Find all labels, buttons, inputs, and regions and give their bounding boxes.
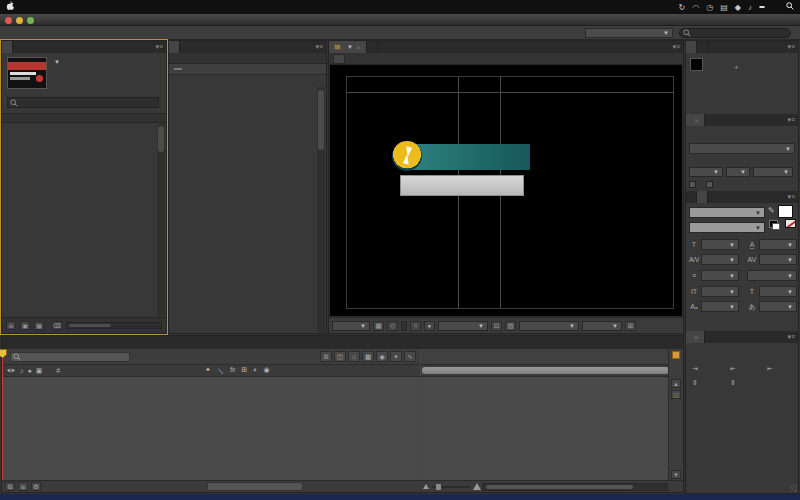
tab-layer[interactable] — [367, 41, 378, 53]
font-family-dropdown[interactable]: ▼ — [689, 207, 765, 218]
font-style-dropdown[interactable]: ▼ — [689, 222, 765, 233]
wifi-icon[interactable]: ◠ — [692, 3, 699, 12]
sync-icon[interactable]: ↻ — [679, 3, 686, 12]
transparency-grid-icon[interactable]: ▨ — [505, 321, 516, 331]
panel-menu-icon[interactable]: ▾≡ — [669, 41, 683, 53]
leading-dropdown[interactable]: ▼ — [759, 239, 797, 250]
panel-menu-icon[interactable]: ▾≡ — [312, 41, 326, 53]
work-area[interactable] — [422, 367, 669, 374]
view-layout-dropdown[interactable]: ▼ — [582, 321, 622, 331]
workspace-dropdown[interactable]: ▼ — [585, 28, 673, 38]
skip-dropdown[interactable]: ▼ — [726, 167, 750, 177]
fill-color-swatch[interactable] — [778, 205, 793, 218]
new-folder-icon[interactable]: ▣ — [20, 321, 30, 330]
baseline-shift-dropdown[interactable]: ▼ — [701, 301, 739, 312]
hide-shy-icon[interactable]: ⌂ — [348, 351, 360, 362]
resolution-dropdown[interactable]: ▼ — [753, 167, 793, 177]
channel-icon[interactable]: ● — [424, 321, 435, 331]
horizontal-scale-dropdown[interactable]: ▼ — [759, 286, 797, 297]
stroke-style-dropdown[interactable]: ▼ — [747, 270, 797, 281]
stroke-color-swatch[interactable] — [785, 219, 796, 228]
roi-icon[interactable]: ⊡ — [491, 321, 502, 331]
effect-name[interactable] — [174, 68, 182, 70]
space-after-field[interactable]: ⇕ — [728, 379, 740, 387]
zoom-window-button[interactable] — [27, 17, 34, 24]
number-column-header[interactable]: # — [56, 367, 60, 374]
project-hscrollbar[interactable] — [66, 322, 162, 329]
window-title-bar[interactable] — [0, 14, 800, 26]
tab-character[interactable] — [697, 191, 708, 203]
composition-timecode[interactable] — [401, 321, 407, 331]
graph-editor-icon[interactable]: ∿ — [404, 351, 416, 362]
panel-menu-icon[interactable]: ▾≡ — [152, 41, 166, 53]
pixel-aspect-icon[interactable]: ⊞ — [625, 321, 636, 331]
project-scrollbar[interactable] — [157, 124, 165, 316]
tsume-dropdown[interactable]: ▼ — [759, 301, 797, 312]
resize-grip[interactable] — [789, 484, 797, 492]
zoom-slider[interactable] — [432, 486, 470, 488]
zoom-out-icon[interactable] — [423, 484, 429, 489]
help-search-input[interactable] — [693, 27, 783, 38]
timeline-search-input[interactable] — [21, 352, 121, 361]
indent-first-line-field[interactable]: ⇤ — [728, 365, 740, 373]
default-fill-stroke-icon[interactable] — [769, 220, 778, 228]
panel-menu-icon[interactable]: ▾≡ — [784, 114, 798, 126]
stroke-width-dropdown[interactable]: ▼ — [701, 270, 739, 281]
expand-options-icon[interactable]: ⚙ — [31, 482, 41, 491]
zoom-in-icon[interactable] — [473, 483, 481, 490]
magnification-dropdown[interactable]: ▼ — [332, 321, 370, 331]
tab-effects-presets[interactable] — [686, 191, 697, 203]
comp-marker-button[interactable] — [672, 351, 680, 359]
expand-layers-icon[interactable]: ⧉ — [5, 482, 15, 491]
comp-button-icon[interactable]: ▲ — [671, 379, 681, 388]
new-composition-icon[interactable]: ▦ — [34, 321, 44, 330]
eyedropper-icon[interactable]: ✎ — [768, 206, 775, 215]
timeline-search[interactable] — [10, 352, 130, 362]
from-current-time-checkbox[interactable] — [689, 181, 696, 188]
bluetooth-icon[interactable]: ◆ — [735, 3, 741, 12]
brainstorm-icon[interactable]: ✦ — [390, 351, 402, 362]
timeline-hscrollbar[interactable] — [482, 483, 668, 491]
timeline-zoom-control[interactable] — [423, 483, 481, 490]
indent-right-field[interactable]: ⇤ — [765, 365, 777, 373]
fullscreen-checkbox[interactable] — [706, 181, 713, 188]
timeline-track-area[interactable] — [421, 377, 670, 480]
composition-viewport[interactable] — [330, 65, 682, 316]
trash-icon[interactable]: ⌫ — [52, 321, 62, 330]
input-source-icon[interactable] — [759, 6, 765, 8]
frame-blend-icon[interactable]: ▩ — [362, 351, 374, 362]
snapshot-icon[interactable]: ⌗ — [410, 321, 421, 331]
expand-inout-icon[interactable]: ⧈ — [18, 482, 28, 491]
current-time-indicator[interactable] — [2, 349, 3, 480]
spotlight-icon[interactable] — [786, 2, 794, 12]
volume-icon[interactable]: ♪ — [748, 3, 752, 12]
panel-menu-icon[interactable]: ▾≡ — [784, 41, 798, 53]
indent-left-field[interactable]: ⇥ — [690, 365, 702, 373]
tab-project[interactable] — [2, 41, 13, 53]
interpret-footage-icon[interactable]: ⊞ — [6, 321, 16, 330]
vertical-scale-dropdown[interactable]: ▼ — [701, 286, 739, 297]
composition-breadcrumb[interactable] — [333, 54, 345, 64]
tab-effect-controls[interactable] — [169, 41, 180, 53]
apple-menu-icon[interactable] — [6, 1, 15, 13]
time-machine-icon[interactable]: ◷ — [706, 3, 713, 12]
help-search[interactable] — [679, 28, 791, 38]
tab-info[interactable] — [686, 41, 697, 53]
kerning-dropdown[interactable]: ▼ — [701, 254, 739, 265]
switches-modes-button[interactable] — [207, 482, 303, 491]
effect-header[interactable] — [169, 64, 326, 75]
panel-menu-icon[interactable]: ▾≡ — [784, 191, 798, 203]
grid-guides-icon[interactable]: ▦ — [373, 321, 384, 331]
time-ruler[interactable] — [421, 349, 670, 365]
work-area-bar[interactable] — [421, 365, 670, 377]
effect-controls-scrollbar[interactable] — [317, 87, 325, 332]
tab-composition[interactable]: ▼× — [329, 41, 367, 53]
project-columns-header[interactable] — [2, 113, 166, 123]
camera-column-icon[interactable]: ◫ — [671, 390, 681, 399]
minimize-window-button[interactable] — [16, 17, 23, 24]
mini-flowchart-icon[interactable]: ⧉ — [320, 351, 332, 362]
ram-preview-options-dropdown[interactable]: ▼ — [689, 143, 795, 154]
close-window-button[interactable] — [5, 17, 12, 24]
mask-visibility-icon[interactable]: ◇ — [387, 321, 398, 331]
framerate-dropdown[interactable]: ▼ — [689, 167, 723, 177]
